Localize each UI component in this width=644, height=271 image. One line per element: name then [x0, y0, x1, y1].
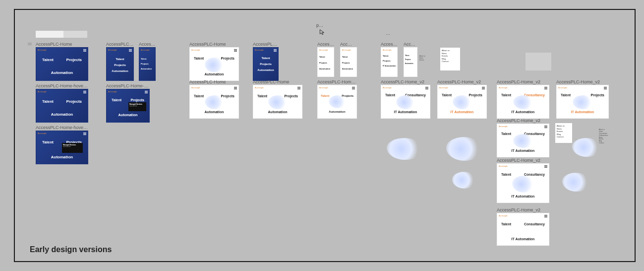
- brand-label: Accessplc: [141, 49, 150, 51]
- frame[interactable]: Access… Accessplc Talent Projects Automa…: [139, 42, 156, 81]
- placeholder-block: [526, 53, 551, 70]
- hamburger-icon: [145, 91, 148, 93]
- hamburger-icon: [482, 87, 485, 89]
- truncated-label: p…: [316, 23, 323, 28]
- frame[interactable]: Access… Accessplc Talent Projects IT Aut…: [381, 42, 398, 77]
- frame-label: Acc…: [340, 42, 357, 47]
- brand-label: Accessplc: [108, 90, 117, 93]
- illustration: [268, 95, 288, 109]
- menu-card: About us News Events Blog Contact: [440, 48, 460, 70]
- brand-label: Accessplc: [499, 165, 508, 167]
- frame[interactable]: AccessPLC-Home Accessplc Talent Projects…: [189, 79, 239, 119]
- frame[interactable]: AccessPLC-Home-hove… Accessplc Talent Pr…: [106, 83, 150, 123]
- word-projects: Projects: [141, 63, 149, 65]
- design-canvas[interactable]: p… … AccessPLC-Home Accessplc Talent Pro…: [14, 9, 636, 262]
- brand-label: Accessplc: [38, 49, 47, 51]
- frame[interactable]: AccessPLC-Home Accessplc Talent Projects…: [253, 42, 279, 81]
- brand-label: Accessplc: [319, 86, 328, 89]
- hamburger-icon: [274, 49, 277, 52]
- hover-tooltip: Managed Services Lorem ipsum text: [128, 102, 146, 111]
- frame[interactable]: Acc… Accessplc Talent Projects Automatio…: [340, 42, 357, 77]
- caption: Early design versions: [30, 245, 112, 254]
- word-talent: Talent: [112, 98, 121, 102]
- frame[interactable]: AccessPLC-Home Accessplc Talent Projects…: [253, 79, 302, 119]
- truncated-label: …: [386, 31, 390, 36]
- brand-label: Accessplc: [255, 49, 264, 51]
- brand-label: Accessplc: [191, 86, 200, 89]
- word-talent: Talent: [42, 58, 54, 62]
- word-projects: Projects: [130, 98, 144, 102]
- frame-label: AccessPLC-Home: [189, 79, 239, 84]
- frame[interactable]: AccessPLC-Home_v2 Accessplc Talent Consu…: [497, 118, 549, 157]
- frame-label: AccessPLC-Home: [253, 42, 279, 47]
- hamburger-icon: [83, 49, 86, 52]
- frame[interactable]: AccessPLC-Home Accessplc Talent Projects…: [36, 42, 88, 81]
- illustration-blob: [572, 138, 601, 157]
- brand-label: Accessplc: [255, 86, 264, 89]
- frame[interactable]: AccessPLC-Home_v2 Accessplc Talent Proje…: [556, 79, 609, 119]
- frame[interactable]: AccessPLC-Home_v2 Accessplc Talent Proje…: [437, 79, 487, 119]
- brand-label: Accessplc: [342, 49, 351, 51]
- word-automation: Automation: [190, 72, 238, 76]
- annotation-text: About us News Events: [419, 56, 431, 62]
- word-automation: Automation: [107, 69, 133, 72]
- brand-label: Accessplc: [499, 214, 508, 217]
- frame-label: AccessPLC-Home-hove…: [106, 83, 150, 88]
- brand-label: Accessplc: [319, 49, 328, 51]
- word-talent: Talent: [141, 58, 146, 60]
- frame-label: AccessPLC-Home_v2: [437, 79, 487, 84]
- frame-label: AccessPLC-Home_v2: [381, 79, 430, 84]
- brand-label: Accessplc: [439, 86, 448, 89]
- hamburger-icon: [544, 87, 547, 89]
- frame[interactable]: Access… Accessplc Talent Projects Automa…: [317, 42, 334, 77]
- frame-label: AccessPLC-Home_v2: [497, 79, 549, 84]
- word-talent: Talent: [194, 57, 204, 60]
- word-automation: Automation: [141, 68, 152, 70]
- brand-label: Accessplc: [38, 132, 47, 135]
- word-talent: Talent: [107, 58, 133, 61]
- frame[interactable]: AccessPLC-Home_v2 Accessplc Talent Proje…: [317, 79, 357, 119]
- hamburger-icon: [83, 133, 86, 135]
- illustration: [512, 176, 535, 193]
- illustration: [205, 58, 225, 72]
- illustration-blob: [387, 138, 422, 160]
- word-automation: Automation: [36, 70, 88, 75]
- frame[interactable]: AccessPLC-Home-hove… Accessplc Talent Pr…: [36, 125, 88, 164]
- brand-label: Accessplc: [499, 125, 508, 128]
- tab[interactable]: [36, 31, 63, 38]
- hover-tooltip: Managed Services Lorem ipsum text: [62, 143, 83, 153]
- hamburger-icon: [297, 87, 300, 89]
- tab[interactable]: [63, 31, 87, 38]
- hamburger-icon: [544, 126, 547, 128]
- hamburger-icon: [425, 87, 428, 89]
- hamburger-icon: [352, 87, 355, 89]
- brand-label: Accessplc: [383, 86, 392, 89]
- frame-label: Access…: [317, 42, 334, 47]
- word-projects: Projects: [107, 64, 133, 67]
- frame[interactable]: AccessPLC-Home Accessplc Talent Projects…: [106, 42, 134, 81]
- frame[interactable]: AccessPLC-Home Accessplc Talent Projects…: [189, 42, 239, 81]
- brand-label: Accessplc: [108, 49, 117, 51]
- cursor-icon: [319, 29, 326, 36]
- illustration: [513, 95, 534, 109]
- word-projects: Projects: [221, 57, 234, 60]
- frame[interactable]: AccessPLC-Home_v2 Accessplc Talent Consu…: [497, 207, 549, 246]
- hamburger-icon: [129, 49, 132, 52]
- frame-label: Access…: [381, 42, 398, 47]
- brand-label: Accessplc: [38, 90, 47, 93]
- illustration: [573, 95, 593, 109]
- illustration-blob: [562, 173, 590, 192]
- frame[interactable]: AccessPLC-Home_v2 Accessplc Talent Consu…: [381, 79, 430, 119]
- frame-label: AccessPLC-Home: [189, 42, 239, 47]
- frame[interactable]: Acc… Talent Projects Automation: [404, 42, 417, 77]
- frame[interactable]: AccessPLC-Home_v2 Accessplc Talent Consu…: [497, 79, 549, 119]
- word-talent: Talent: [42, 99, 54, 104]
- hamburger-icon: [604, 87, 607, 89]
- frame[interactable]: AccessPLC-Home-hove… Accessplc Talent Pr…: [36, 83, 88, 123]
- brand-label: Accessplc: [499, 86, 508, 89]
- frame[interactable]: AccessPLC-Home_v2 Accessplc Talent Consu…: [497, 158, 549, 203]
- menu-card: About us News Events Blog Contact: [555, 123, 572, 143]
- hamburger-icon: [544, 215, 547, 217]
- word-automation: Automation: [107, 113, 149, 117]
- frame-label: AccessPLC-Home-hove…: [36, 125, 88, 130]
